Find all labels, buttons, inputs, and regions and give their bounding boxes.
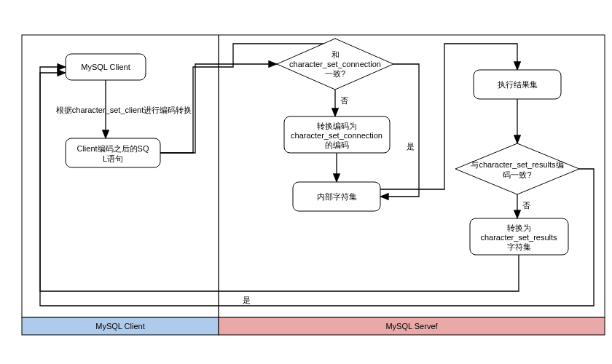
node-convert-connection-line1: 转换编码为 (317, 122, 357, 130)
node-internal-charset-label: 内部字符集 (317, 192, 357, 201)
node-execute-result-label: 执行结果集 (498, 80, 538, 89)
node-convert-connection-line2: character_set_connection (291, 131, 382, 140)
node-convert-results-line1: 转换为 (507, 223, 531, 232)
node-decision-results (455, 143, 579, 194)
swimlane-client-label: MySQL Client (95, 322, 144, 331)
edge-c-to-d-label: 否 (340, 96, 348, 105)
edge-h-to-a (40, 67, 519, 291)
node-decision-connection-line3: 一致? (325, 69, 345, 78)
edge-client-to-encoded-label: 根据character_set_client进行编码转换 (56, 106, 192, 114)
node-convert-results-line3: 字符集 (507, 242, 531, 251)
node-decision-results-line2: 码一致? (503, 170, 531, 179)
node-mysql-client-label: MySQL Client (81, 63, 130, 71)
edge-g-to-h-label: 否 (522, 201, 530, 210)
node-client-encoded-sql-line2: L语句 (103, 154, 123, 163)
node-decision-connection-line2: character_set_connection (289, 60, 381, 68)
node-convert-results-line2: character_set_results (480, 233, 557, 242)
node-client-encoded-sql-line1: Client编码之后的SQ (76, 144, 149, 153)
node-decision-results-line1: 与character_set_results编 (471, 160, 563, 169)
node-convert-connection-line3: 的编码 (325, 141, 349, 149)
node-client-encoded-sql (66, 138, 160, 167)
swimlane-server-label: MySQL Servef (385, 322, 438, 331)
edge-c-to-e-yes-label: 是 (407, 142, 415, 151)
node-decision-connection-line1: 和 (332, 50, 340, 59)
edge-g-yes-label: 是 (243, 296, 251, 304)
